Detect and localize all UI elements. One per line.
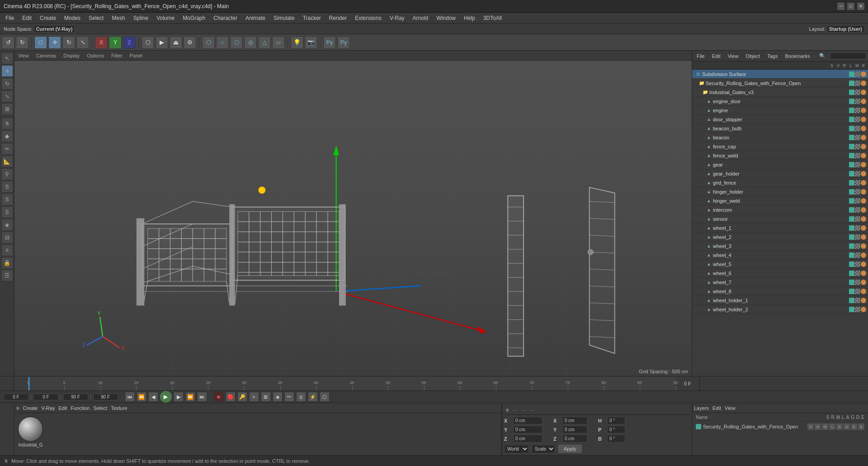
lock-dot[interactable] <box>861 144 866 149</box>
menu-volume[interactable]: Volume <box>153 14 178 22</box>
render-dot[interactable] <box>855 180 860 185</box>
lock-dot[interactable] <box>861 71 866 77</box>
object-list-item[interactable]: ▲beacon <box>692 133 868 142</box>
render-dot[interactable] <box>855 280 860 285</box>
tool-poly[interactable]: ◆ <box>1 130 13 142</box>
motion2-button[interactable]: ⚡ <box>308 392 318 402</box>
menu-modes[interactable]: Modes <box>61 14 84 22</box>
layer-deform-icon[interactable]: D <box>851 423 857 430</box>
visibility-dot[interactable] <box>849 71 854 77</box>
render-dot[interactable] <box>855 189 860 195</box>
frame-total-input[interactable] <box>93 394 118 400</box>
undo-button[interactable]: ↺ <box>2 36 14 49</box>
add-key-button[interactable]: + <box>249 392 259 402</box>
object-list-item[interactable]: ▲hinger_holder <box>692 187 868 196</box>
tool-magnet[interactable]: ⚲ <box>1 168 13 180</box>
render-settings-button[interactable]: ⚙ <box>184 36 196 49</box>
play-button[interactable]: ▶ <box>160 391 172 403</box>
viewport-menu-filter[interactable]: Filter <box>111 53 122 58</box>
menu-mograph[interactable]: MoGraph <box>179 14 209 22</box>
render-dot[interactable] <box>855 216 860 222</box>
lock-dot[interactable] <box>861 216 866 222</box>
object-list-item[interactable]: ▲wheel_6 <box>692 269 868 278</box>
menu-create[interactable]: Create <box>36 14 60 22</box>
layer-menu-view[interactable]: View <box>725 405 736 411</box>
visibility-dot[interactable] <box>849 81 854 86</box>
visibility-dot[interactable] <box>849 117 854 122</box>
render-dot[interactable] <box>855 144 860 149</box>
menu-render[interactable]: Render <box>326 14 350 22</box>
lock-dot[interactable] <box>861 234 866 240</box>
record-button[interactable]: ⏺ <box>214 392 224 402</box>
viewport-menu-cameras[interactable]: Cameras <box>36 53 57 58</box>
light-button[interactable]: 💡 <box>291 36 303 49</box>
render-dot[interactable] <box>855 171 860 176</box>
transform-y-button[interactable]: Y <box>109 36 122 49</box>
ik-button[interactable]: ⧖ <box>296 392 306 402</box>
object-list-item[interactable]: ▲gear <box>692 160 868 169</box>
menu-window[interactable]: Window <box>433 14 459 22</box>
tool-sym3[interactable]: S <box>1 206 13 218</box>
tool-lock[interactable]: 🔒 <box>1 257 13 269</box>
menu-help[interactable]: Help <box>460 14 479 22</box>
lock-dot[interactable] <box>861 108 866 113</box>
menu-file[interactable]: File <box>2 14 18 22</box>
skip-to-end-button[interactable]: ⏭ <box>197 392 207 402</box>
menu-animate[interactable]: Animate <box>242 14 269 22</box>
visibility-dot[interactable] <box>849 225 854 231</box>
tool-workspace[interactable]: 🖱 <box>1 118 13 129</box>
visibility-dot[interactable] <box>849 198 854 204</box>
visibility-dot[interactable] <box>849 90 854 95</box>
rotate-tool-button[interactable]: ↻ <box>62 36 75 49</box>
object-list-item[interactable]: ▲grid_fence <box>692 178 868 187</box>
lock-dot[interactable] <box>861 198 866 204</box>
viewport-menu-display[interactable]: Display <box>63 53 80 58</box>
menu-vray[interactable]: V-Ray <box>386 14 408 22</box>
lock-dot[interactable] <box>861 225 866 231</box>
coord-hy-input[interactable] <box>562 426 587 433</box>
obj-menu-file[interactable]: File <box>694 52 708 60</box>
render-dot[interactable] <box>855 117 860 122</box>
coord-scale-select[interactable]: Scale Size <box>532 445 555 453</box>
menu-arnold[interactable]: Arnold <box>409 14 432 22</box>
layer-menu-edit[interactable]: Edit <box>712 405 721 411</box>
coord-y-input[interactable] <box>513 426 542 433</box>
node-space-value[interactable]: Current (V-Ray) <box>34 25 75 33</box>
layer-locked-icon[interactable]: L <box>829 423 835 430</box>
mat-menu-vray[interactable]: V-Ray <box>41 405 55 411</box>
coord-z-input[interactable] <box>513 435 542 442</box>
lock-dot[interactable] <box>861 171 866 176</box>
object-list-item[interactable]: ▲wheel_1 <box>692 223 868 233</box>
coord-h-input[interactable] <box>607 417 625 424</box>
close-button[interactable]: ✕ <box>857 3 864 10</box>
menu-mesh[interactable]: Mesh <box>108 14 128 22</box>
sphere-button[interactable]: ○ <box>216 36 229 49</box>
layer-menu-layers[interactable]: Layers <box>694 405 709 411</box>
object-search-input[interactable] <box>830 52 866 59</box>
object-list-item[interactable]: ▲sensor <box>692 214 868 223</box>
lock-dot[interactable] <box>861 271 866 276</box>
select-tool-button[interactable]: □ <box>34 36 47 49</box>
layer-gen-icon[interactable]: G <box>844 423 850 430</box>
tool-mat[interactable]: ◈ <box>1 219 13 231</box>
visibility-dot[interactable] <box>849 189 854 195</box>
render-dot[interactable] <box>855 71 860 77</box>
object-list-item[interactable]: ▲wheel_holder_1 <box>692 296 868 305</box>
render-dot[interactable] <box>855 90 860 95</box>
object-list-item[interactable]: ▲hinger_weld <box>692 196 868 205</box>
auto-key-button[interactable]: 🔴 <box>226 392 236 402</box>
maximize-button[interactable]: □ <box>847 3 854 10</box>
next-frame-button[interactable]: ⏩ <box>185 392 195 402</box>
cone-button[interactable]: △ <box>258 36 271 49</box>
transform-x-button[interactable]: X <box>95 36 108 49</box>
step-forward-button[interactable]: ▶ <box>174 392 184 402</box>
visibility-dot[interactable] <box>849 216 854 222</box>
object-list-item[interactable]: ▲wheel_8 <box>692 287 868 296</box>
layer-motion-icon[interactable]: M <box>822 423 828 430</box>
render-dot[interactable] <box>855 162 860 167</box>
scale-tool-button[interactable]: ⤡ <box>76 36 89 49</box>
object-list-item[interactable]: ▲fence_weld <box>692 151 868 160</box>
torus-button[interactable]: ◎ <box>244 36 257 49</box>
frame-current-input[interactable] <box>33 394 58 400</box>
redo-button[interactable]: ↻ <box>16 36 28 49</box>
